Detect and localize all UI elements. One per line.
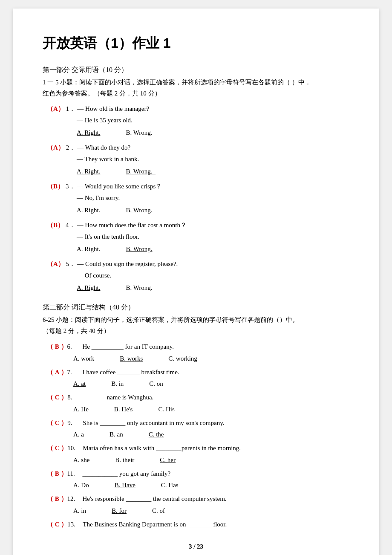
answer-13: （ C ） [47,518,67,531]
option-7a: A. at [73,378,86,390]
answer-2: （A） [47,142,64,153]
answer-12: （ B ） [47,493,67,505]
option-1a: A. Right. [77,127,100,139]
part1-desc: 1 一 5 小题：阅读下面的小对话，选择正确答案，并将所选项的字母符号写在各题前… [43,77,349,99]
page: 开放英语（1）作业 1 第一部分 交际用语（10 分） 1 一 5 小题：阅读下… [13,9,379,555]
option-12b: B. for [112,505,127,517]
answer-3: （B） [47,181,64,192]
option-4a: A. Right. [77,243,100,255]
option-10a: A. she [73,454,89,466]
part2-header: 第二部分 词汇与结构（40 分） [43,303,349,312]
option-7b: B. in [111,378,124,390]
question-1: （A） 1． — How old is the manager? — He is… [43,103,349,139]
option-6c: C. working [168,353,197,364]
answer-9: （ C ） [47,417,67,429]
question-5: （A） 5． — Could you sign the register, pl… [43,258,349,294]
question-6: （ B ） 6. He __________ for an IT company… [43,341,349,364]
option-8c: C. His [158,404,174,415]
question-9: （ C ） 9. She is ________ only accountant… [43,417,349,441]
question-2: （A） 2． — What do they do? — They work in… [43,142,349,177]
answer-5: （A） [47,258,64,270]
option-1b: B. Wrong. [126,127,152,139]
option-8a: A. He [73,404,89,415]
question-13: （ C ） 13. The Business Banking Departmen… [43,518,349,531]
option-10b: B. their [115,454,134,466]
page-number: 3 / 23 [43,543,349,550]
question-11: （ B ） 11. ___________ you got any family… [43,468,349,491]
answer-6: （ B ） [47,341,67,353]
part2-desc: 6-25 小题：阅读下面的句子，选择正确答案，并将所选项的字母符号写在各题前的（… [43,315,349,336]
question-7: （ A ） 7. I have coffee _______ breakfast… [43,366,349,390]
option-9a: A. a [73,429,84,440]
question-4: （B） 4． — How much does the flat cost a m… [43,220,349,255]
option-6b: B. works [120,353,143,364]
option-2a: A. Right. [77,166,100,177]
answer-10: （ C ） [47,442,67,454]
answer-11: （ B ） [47,468,67,480]
option-9c: C. the [149,429,164,440]
page-title: 开放英语（1）作业 1 [43,34,349,53]
part2-divider: 第二部分 词汇与结构（40 分） 6-25 小题：阅读下面的句子，选择正确答案，… [43,303,349,336]
option-11b: B. Have [115,480,135,491]
question-3: （B） 3． — Would you like some crisps？ — N… [43,181,349,216]
option-8b: B. He's [114,404,133,415]
answer-7: （ A ） [47,366,67,379]
option-11a: A. Do [73,480,89,491]
option-9b: B. an [110,429,123,440]
option-7c: C. on [149,378,163,390]
option-6a: A. work [73,353,94,364]
option-5a: A. Right. [77,282,100,294]
option-2b: B. Wrong._ [126,166,156,177]
option-4b: B. Wrong. [126,243,152,255]
option-12a: A. in [73,505,86,517]
answer-8: （ C ） [47,391,67,404]
answer-4: （B） [47,220,64,231]
option-10c: C. her [160,454,176,466]
option-3a: A. Right. [77,205,100,216]
option-11c: C. Has [161,480,179,491]
question-10: （ C ） 10. Maria often has a walk with __… [43,442,349,466]
part1-header: 第一部分 交际用语（10 分） [43,66,349,75]
option-3b: B. Wrong. [126,205,152,216]
option-5b: B. Wrong. [126,282,152,294]
answer-1: （A） [47,103,64,115]
question-8: （ C ） 8. _______ name is Wanghua. A. He … [43,391,349,415]
question-12: （ B ） 12. He's responsible ________ the … [43,493,349,517]
option-12c: C. of [152,505,165,517]
